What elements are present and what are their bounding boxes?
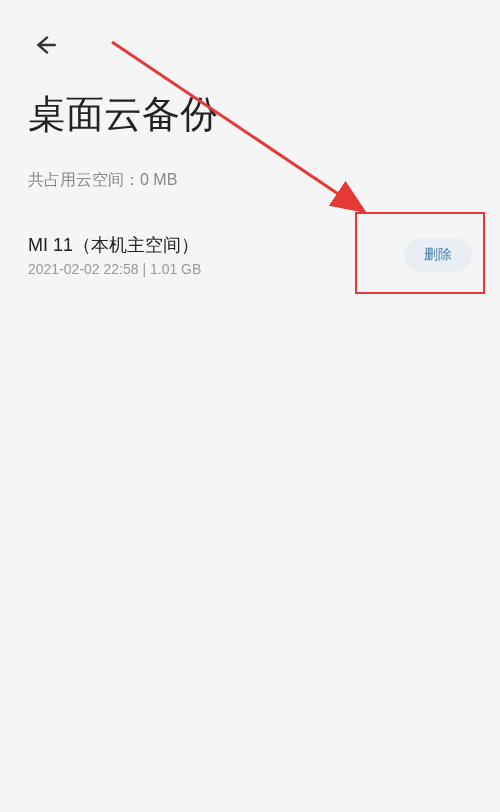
back-button[interactable] [28, 28, 62, 65]
backup-item: MI 11（本机主空间） 2021-02-02 22:58 | 1.01 GB … [0, 215, 500, 295]
header [0, 0, 500, 65]
page-title: 桌面云备份 [0, 65, 500, 158]
storage-info: 共占用云空间：0 MB [0, 158, 500, 215]
backup-item-text: MI 11（本机主空间） 2021-02-02 22:58 | 1.01 GB [28, 233, 201, 277]
backup-name: MI 11（本机主空间） [28, 233, 201, 257]
delete-button[interactable]: 删除 [404, 238, 472, 272]
backup-meta: 2021-02-02 22:58 | 1.01 GB [28, 261, 201, 277]
back-arrow-icon [32, 32, 58, 61]
